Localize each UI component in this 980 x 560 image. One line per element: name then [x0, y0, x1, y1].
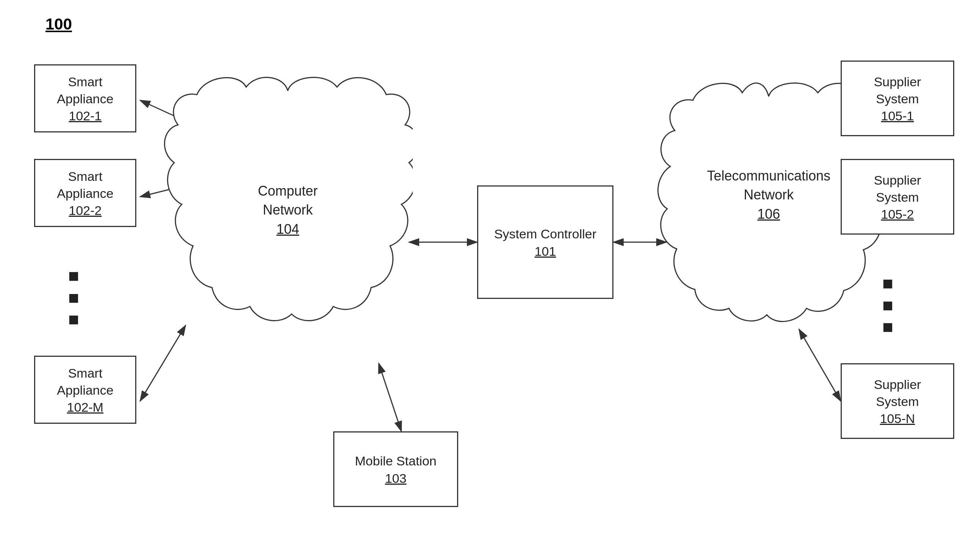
smart-appliance-m: SmartAppliance 102-M: [34, 356, 136, 424]
diagram: 100 SmartAppliance: [0, 0, 980, 560]
dots-left: ■■■: [68, 265, 81, 330]
computer-network-cloud: ComputerNetwork 104: [163, 68, 413, 356]
smart-appliance-2: SmartAppliance 102-2: [34, 159, 136, 227]
supplier-system-2: SupplierSystem 105-2: [841, 159, 954, 235]
computer-network-label: ComputerNetwork 104: [193, 182, 383, 239]
supplier-system-n: SupplierSystem 105-N: [841, 363, 954, 439]
supplier-system-1: SupplierSystem 105-1: [841, 60, 954, 136]
telecom-network-label: TelecommunicationsNetwork 106: [674, 167, 863, 223]
svg-line-5: [379, 363, 401, 432]
system-controller-box: System Controller 101: [477, 185, 614, 299]
mobile-station-box: Mobile Station 103: [333, 432, 458, 507]
dots-right: ■■■: [882, 272, 895, 338]
figure-label: 100: [45, 15, 72, 33]
smart-appliance-1: SmartAppliance 102-1: [34, 64, 136, 132]
